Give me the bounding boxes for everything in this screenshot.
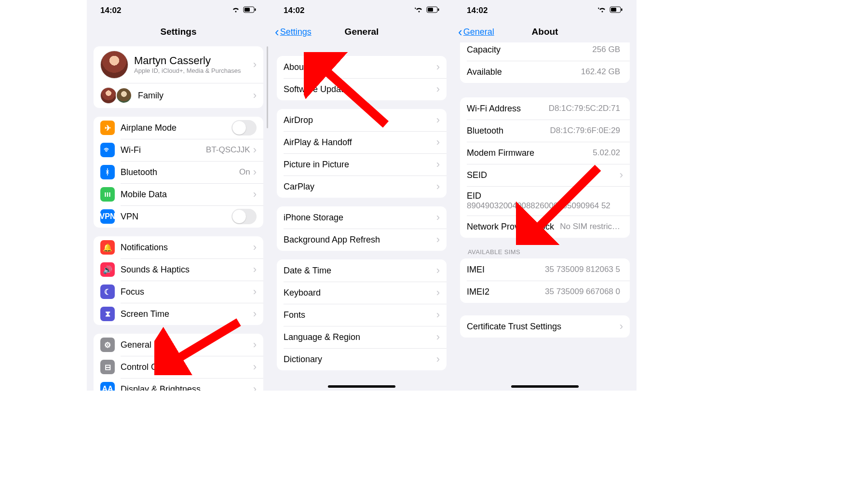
settings-row-focus[interactable]: ☾Focus›: [94, 281, 263, 303]
status-bar: 14:02: [87, 0, 270, 21]
chevron-right-icon: ›: [436, 310, 440, 320]
chevron-right-icon: ›: [253, 384, 257, 391]
chevron-right-icon: ›: [436, 137, 440, 148]
row-detail: 5.02.02: [593, 148, 620, 158]
battery-status-icon: [243, 6, 257, 15]
chevron-right-icon: ›: [436, 159, 440, 170]
row-label: Wi-Fi Address: [467, 104, 549, 114]
scrollbar[interactable]: [267, 46, 268, 128]
row-label: Screen Time: [121, 309, 253, 319]
storage-group: Applications104Capacity256 GBAvailable16…: [460, 42, 630, 83]
settings-row-notifications[interactable]: 🔔Notifications›: [94, 236, 263, 258]
toggle[interactable]: [231, 209, 257, 224]
family-row[interactable]: Family ›: [94, 83, 263, 108]
row-seid[interactable]: SEID›: [460, 164, 630, 186]
back-button[interactable]: ‹ General: [453, 26, 494, 38]
chevron-right-icon: ›: [620, 321, 623, 332]
row-label: Network Provider Lock: [467, 222, 560, 232]
row-label: General: [121, 340, 253, 350]
row-wi-fi-address: Wi-Fi AddressD8:1C:79:5C:2D:71: [460, 97, 630, 120]
row-detail: 35 735009 812063 5: [545, 265, 620, 274]
row-label: IMEI: [467, 265, 545, 275]
home-indicator[interactable]: [328, 385, 395, 388]
settings-row-airplane-mode[interactable]: ✈Airplane Mode: [94, 117, 263, 139]
row-detail: D8:1C:79:6F:0E:29: [550, 126, 620, 136]
status-time: 14:02: [467, 6, 488, 15]
general-group-3: Date & Time›Keyboard›Fonts›Language & Re…: [277, 259, 447, 370]
row-background-app-refresh[interactable]: Background App Refresh›: [277, 229, 447, 251]
settings-row-mobile-data[interactable]: ıııMobile Data›: [94, 183, 263, 205]
settings-row-display-brightness[interactable]: AADisplay & Brightness›: [94, 378, 263, 391]
row-label: Dictionary: [284, 354, 436, 365]
row-detail: 162.42 GB: [581, 67, 620, 77]
row-language-region[interactable]: Language & Region›: [277, 326, 447, 348]
family-label: Family: [138, 91, 253, 101]
status-bar: 14:02: [270, 0, 453, 21]
row-imei: IMEI35 735009 812063 5: [460, 258, 630, 281]
sims-group: IMEI35 735009 812063 5IMEI235 735009 667…: [460, 258, 630, 303]
back-label: General: [463, 27, 494, 37]
row-date-time[interactable]: Date & Time›: [277, 259, 447, 282]
hourglass-icon: ⧗: [100, 307, 115, 321]
speaker-icon: 🔊: [100, 262, 115, 277]
row-modem-firmware: Modem Firmware5.02.02: [460, 142, 630, 164]
row-label: Background App Refresh: [284, 235, 436, 245]
settings-row-wi-fi[interactable]: ᯤWi-FiBT-QSCJJK›: [94, 139, 263, 161]
chevron-right-icon: ›: [436, 62, 440, 72]
row-label: About: [284, 62, 436, 72]
apple-id-row[interactable]: Martyn Casserly Apple ID, iCloud+, Media…: [94, 46, 263, 83]
profile-group: Martyn Casserly Apple ID, iCloud+, Media…: [94, 46, 263, 108]
back-button[interactable]: ‹ Settings: [270, 26, 312, 38]
row-airplay-handoff[interactable]: AirPlay & Handoff›: [277, 131, 447, 153]
settings-row-control-centre[interactable]: ⊟Control Centre›: [94, 356, 263, 378]
general-group-1: AirDrop›AirPlay & Handoff›Picture in Pic…: [277, 109, 447, 198]
row-bluetooth: BluetoothD8:1C:79:6F:0E:29: [460, 120, 630, 142]
chevron-right-icon: ›: [253, 59, 257, 70]
row-software-update[interactable]: Software Update›: [277, 78, 447, 100]
bluetooth-icon: ᚼ: [100, 165, 115, 179]
row-detail: On: [239, 167, 250, 177]
settings-row-screen-time[interactable]: ⧗Screen Time›: [94, 303, 263, 325]
chevron-right-icon: ›: [253, 309, 257, 319]
row-about[interactable]: About›: [277, 56, 447, 78]
row-label: Mobile Data: [121, 190, 253, 200]
row-keyboard[interactable]: Keyboard›: [277, 282, 447, 304]
screen-settings: 14:02 Settings Martyn Casserly A: [87, 0, 270, 391]
row-airdrop[interactable]: AirDrop›: [277, 109, 447, 131]
settings-row-general[interactable]: ⚙General›: [94, 334, 263, 356]
bell-icon: 🔔: [100, 240, 115, 255]
settings-row-sounds-haptics[interactable]: 🔊Sounds & Haptics›: [94, 258, 263, 281]
row-label: Airplane Mode: [121, 123, 231, 133]
chevron-right-icon: ›: [436, 287, 440, 298]
settings-row-vpn[interactable]: VPNVPN: [94, 205, 263, 228]
row-label: Fonts: [284, 310, 436, 320]
row-label: Focus: [121, 287, 253, 297]
settings-row-bluetooth[interactable]: ᚼBluetoothOn›: [94, 161, 263, 183]
chevron-right-icon: ›: [436, 332, 440, 342]
row-certificate-trust-settings[interactable]: Certificate Trust Settings›: [460, 315, 630, 338]
row-carplay[interactable]: CarPlay›: [277, 176, 447, 198]
chevron-right-icon: ›: [436, 265, 440, 276]
row-iphone-storage[interactable]: iPhone Storage›: [277, 206, 447, 229]
row-detail: No SIM restric…: [560, 222, 620, 231]
row-label: Available: [467, 67, 581, 77]
svg-rect-2: [255, 9, 256, 11]
chevron-right-icon: ›: [253, 145, 257, 155]
airplane-icon: ✈: [100, 121, 115, 135]
row-dictionary[interactable]: Dictionary›: [277, 348, 447, 370]
row-label: Picture in Picture: [284, 160, 436, 170]
toggle[interactable]: [231, 120, 257, 136]
nav-bar: Settings: [87, 21, 270, 42]
row-label: AirDrop: [284, 115, 436, 125]
wifi-status-icon: [231, 6, 240, 15]
row-picture-in-picture[interactable]: Picture in Picture›: [277, 153, 447, 176]
row-detail: D8:1C:79:5C:2D:71: [549, 104, 620, 113]
row-label: IMEI2: [467, 287, 545, 297]
row-fonts[interactable]: Fonts›: [277, 304, 447, 326]
home-indicator[interactable]: [511, 385, 579, 388]
nav-bar: ‹ Settings General: [270, 21, 453, 42]
chevron-right-icon: ›: [436, 212, 440, 223]
antenna-icon: ııı: [100, 187, 115, 202]
screen-general: 14:02 ‹ Settings General About›Software …: [270, 0, 453, 391]
avatar: [100, 87, 117, 104]
